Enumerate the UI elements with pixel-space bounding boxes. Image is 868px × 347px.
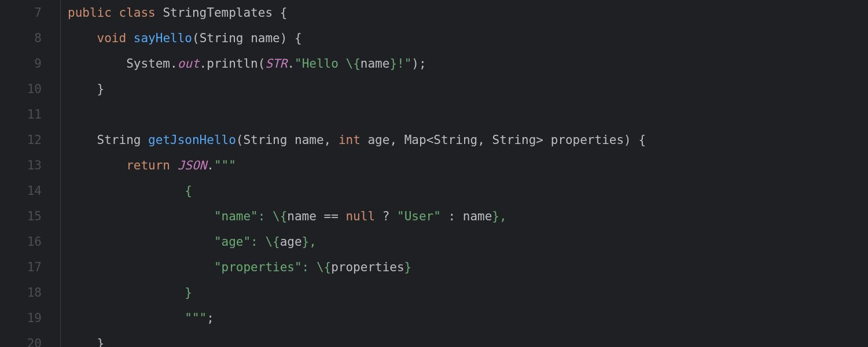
code-line[interactable]: public class StringTemplates { bbox=[68, 0, 868, 25]
line-number: 10 bbox=[0, 76, 42, 102]
line-number: 13 bbox=[0, 153, 42, 178]
line-number: 20 bbox=[0, 331, 42, 347]
template-processor: JSON bbox=[178, 158, 207, 172]
template-processor: STR bbox=[265, 57, 287, 71]
line-number: 7 bbox=[0, 0, 42, 25]
code-line[interactable]: void sayHello(String name) { bbox=[68, 25, 868, 51]
keyword: public bbox=[68, 6, 112, 20]
code-line[interactable]: } bbox=[68, 280, 868, 305]
line-number: 11 bbox=[0, 102, 42, 127]
line-number-gutter: 7 8 9 10 11 12 13 14 15 16 17 18 19 20 bbox=[0, 0, 61, 347]
code-line[interactable]: "properties": \{properties} bbox=[68, 254, 868, 280]
code-line[interactable]: "name": \{name == null ? "User" : name}, bbox=[68, 204, 868, 229]
code-line[interactable]: } bbox=[68, 76, 868, 102]
code-line[interactable]: """; bbox=[68, 305, 868, 331]
line-number: 16 bbox=[0, 229, 42, 254]
code-editor[interactable]: 7 8 9 10 11 12 13 14 15 16 17 18 19 20 p… bbox=[0, 0, 868, 347]
code-line[interactable]: "age": \{age}, bbox=[68, 229, 868, 254]
line-number: 19 bbox=[0, 305, 42, 331]
type: String bbox=[97, 133, 141, 147]
keyword: int bbox=[339, 133, 361, 147]
line-number: 18 bbox=[0, 280, 42, 305]
class-name: StringTemplates bbox=[163, 6, 273, 20]
code-area[interactable]: public class StringTemplates { void sayH… bbox=[61, 0, 868, 347]
line-number: 8 bbox=[0, 25, 42, 51]
type: String bbox=[200, 31, 244, 45]
line-number: 17 bbox=[0, 254, 42, 280]
keyword: return bbox=[126, 158, 170, 172]
code-line[interactable]: } bbox=[68, 331, 868, 347]
method-name: sayHello bbox=[134, 31, 192, 45]
keyword: null bbox=[345, 209, 375, 223]
line-number: 14 bbox=[0, 178, 42, 204]
parameter: name bbox=[251, 31, 280, 45]
code-line[interactable]: System.out.println(STR."Hello \{name}!")… bbox=[68, 51, 868, 76]
line-number: 12 bbox=[0, 127, 42, 153]
interpolation: name bbox=[361, 57, 390, 71]
method-name: getJsonHello bbox=[148, 133, 236, 147]
brace: { bbox=[280, 6, 288, 20]
code-line[interactable] bbox=[68, 102, 868, 127]
method-call: println bbox=[207, 57, 258, 71]
code-line[interactable]: String getJsonHello(String name, int age… bbox=[68, 127, 868, 153]
field: out bbox=[178, 57, 200, 71]
keyword: void bbox=[97, 31, 127, 45]
line-number: 9 bbox=[0, 51, 42, 76]
string-literal: """ bbox=[214, 158, 236, 172]
string-literal: "Hello \{ bbox=[295, 57, 361, 71]
line-number: 15 bbox=[0, 204, 42, 229]
keyword: class bbox=[119, 6, 156, 20]
code-line[interactable]: { bbox=[68, 178, 868, 204]
code-line[interactable]: return JSON.""" bbox=[68, 153, 868, 178]
